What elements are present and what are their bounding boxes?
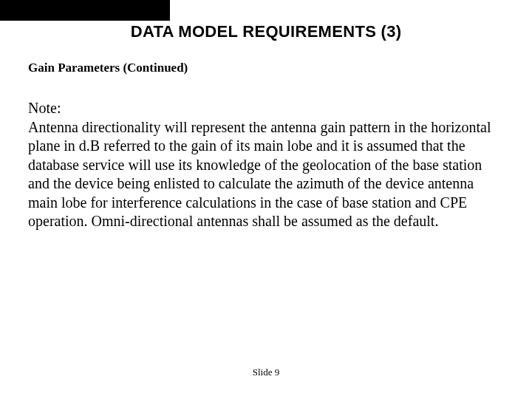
body-text: Antenna directionality will represent th… <box>28 118 494 231</box>
slide-footer: Slide 9 <box>0 366 532 378</box>
top-black-bar <box>0 0 170 21</box>
page-title: DATA MODEL REQUIREMENTS (3) <box>0 22 532 41</box>
subtitle: Gain Parameters (Continued) <box>28 61 188 75</box>
note-label: Note: <box>28 100 61 117</box>
